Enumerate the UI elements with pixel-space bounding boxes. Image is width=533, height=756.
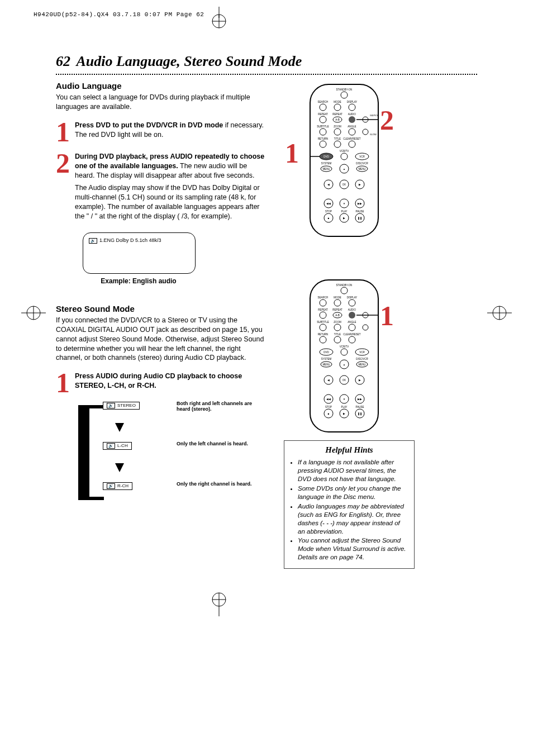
- svg-point-66: [320, 336, 326, 343]
- svg-text:▼: ▼: [343, 398, 345, 401]
- divider-dots: [56, 74, 477, 75]
- flow-caption-lch: Only the left channel is heard.: [177, 441, 266, 446]
- crop-mark-top: [202, 7, 236, 40]
- svg-text:▲: ▲: [343, 363, 345, 366]
- btn-label: VCR: [359, 155, 365, 158]
- btn-label: REPEAT: [318, 308, 328, 311]
- svg-text:◀: ◀: [327, 379, 330, 382]
- btn-label: SUBTITLE: [317, 321, 329, 324]
- helpful-hints-list: If a language is not available after pre…: [290, 458, 408, 562]
- step-body: Press AUDIO during Audio CD playback to …: [75, 372, 268, 391]
- svg-point-23: [349, 129, 355, 135]
- btn-label: PAUSE: [356, 406, 364, 408]
- svg-point-55: [320, 299, 326, 306]
- svg-text:◀: ◀: [327, 183, 330, 186]
- svg-point-19: [349, 116, 355, 123]
- audio-language-intro: You can select a language for DVDs durin…: [56, 93, 268, 112]
- svg-point-25: [320, 141, 326, 148]
- remote-diagram-top: STANDBY-ON SEARCH MODE DISPLAY REPEAT RE…: [310, 84, 379, 237]
- btn-label: CLEAR/RESET: [343, 137, 361, 140]
- btn-label: MENU: [358, 363, 365, 366]
- btn-label: SLOW: [370, 133, 377, 136]
- btn-label: A-B: [335, 314, 340, 317]
- osd-display-text: 1.ENG Dolby D 5.1ch 48k/3: [99, 237, 161, 243]
- svg-point-65: [363, 325, 368, 330]
- flow-caption-stereo: Both right and left channels are heard (…: [177, 401, 266, 412]
- btn-label: SEARCH: [318, 296, 329, 299]
- btn-label: OK: [342, 183, 346, 186]
- btn-label: RETURN: [318, 137, 329, 140]
- btn-label: PLAY: [341, 406, 347, 408]
- page-number: 62: [56, 53, 70, 69]
- btn-label: MODE: [334, 101, 341, 103]
- remote-callout-1: 1: [285, 137, 299, 169]
- btn-label: CLEAR/RESET: [343, 333, 361, 336]
- btn-label: SUBTITLE: [317, 125, 329, 128]
- btn-label: SYSTEM: [321, 162, 332, 165]
- hint-item: You cannot adjust the Stereo Sound Mode …: [298, 536, 408, 562]
- crop-mark-right: [483, 302, 516, 335]
- step-number: 1: [56, 121, 75, 143]
- btn-label: ANGLE: [348, 125, 356, 128]
- audio-step-2: 2 During DVD playback, press AUDIO repea…: [56, 152, 268, 221]
- svg-text:▶▶: ▶▶: [358, 398, 362, 401]
- btn-label: OK: [342, 379, 346, 382]
- svg-point-7: [493, 306, 506, 320]
- btn-label: MODE: [334, 296, 341, 299]
- btn-label: STOP: [325, 210, 332, 213]
- audio-language-heading: Audio Language: [56, 81, 268, 91]
- speaker-icon: 🔊: [107, 483, 115, 489]
- svg-text:▶: ▶: [359, 183, 361, 186]
- step-number: 1: [56, 372, 75, 394]
- svg-text:▲: ▲: [343, 168, 345, 170]
- arrow-down-icon: [115, 463, 124, 472]
- step-bold: Press DVD to put the DVD/VCR in DVD mode: [75, 121, 223, 129]
- stereo-box-stereo: 🔊STEREO: [103, 402, 140, 410]
- btn-label: MENU: [322, 168, 330, 170]
- svg-point-10: [212, 593, 226, 606]
- speaker-icon: 🔊: [107, 403, 115, 408]
- svg-point-63: [334, 324, 341, 331]
- svg-text:■: ■: [328, 412, 330, 415]
- loop-bracket: [78, 405, 104, 500]
- remote-diagram-bottom: STANDBY-ON SEARCH MODE DISPLAY REPEAT RE…: [310, 279, 379, 432]
- svg-text:▶▶: ▶▶: [358, 202, 362, 205]
- speaker-icon: 🔊: [107, 443, 115, 449]
- stereo-flow-diagram: 🔊STEREO 🔊L-CH 🔊R-CH Both right and left …: [78, 402, 268, 519]
- print-header: H9420UD(p52-84).QX4 03.7.18 0:07 PM Page…: [34, 11, 204, 18]
- remote-callout-1-lower: 1: [380, 299, 394, 332]
- svg-point-58: [320, 312, 326, 318]
- btn-label: AUDIO: [348, 308, 356, 311]
- svg-text:◀◀: ◀◀: [326, 202, 331, 205]
- svg-point-14: [320, 104, 326, 111]
- arrow-down-icon: [115, 423, 124, 432]
- btn-label: TITLE: [334, 333, 341, 336]
- svg-text:▶: ▶: [343, 412, 345, 415]
- remote-callout-2: 2: [380, 104, 394, 136]
- btn-label: STANDBY-ON: [336, 88, 353, 91]
- btn-label: VCR/TV: [340, 150, 349, 153]
- btn-label: AUDIO: [348, 113, 356, 116]
- step-body: Press DVD to put the DVD/VCR in DVD mode…: [75, 121, 268, 140]
- svg-point-26: [334, 141, 341, 148]
- btn-label: ZOOM: [334, 125, 341, 128]
- svg-text:❚❚: ❚❚: [358, 217, 362, 220]
- step-number: 2: [56, 152, 75, 174]
- svg-point-4: [27, 306, 40, 320]
- page-title: Audio Language, Stereo Sound Mode: [76, 53, 302, 69]
- btn-label: DISPLAY: [347, 101, 358, 103]
- stereo-heading: Stereo Sound Mode: [56, 304, 268, 313]
- svg-point-57: [349, 299, 355, 306]
- osd-display-caption: Example: English audio: [83, 277, 194, 285]
- btn-label: ZOOM: [334, 321, 341, 324]
- svg-point-15: [334, 104, 341, 111]
- svg-point-13: [341, 92, 348, 98]
- svg-point-67: [334, 336, 341, 343]
- svg-text:▼: ▼: [343, 202, 345, 205]
- step-body: During DVD playback, press AUDIO repeate…: [75, 152, 268, 221]
- btn-label: DISPLAY: [347, 296, 358, 299]
- svg-point-60: [349, 312, 355, 318]
- btn-label: DVD: [323, 155, 329, 158]
- btn-label: VCR: [359, 351, 365, 354]
- btn-label: VCR/TV: [340, 345, 349, 348]
